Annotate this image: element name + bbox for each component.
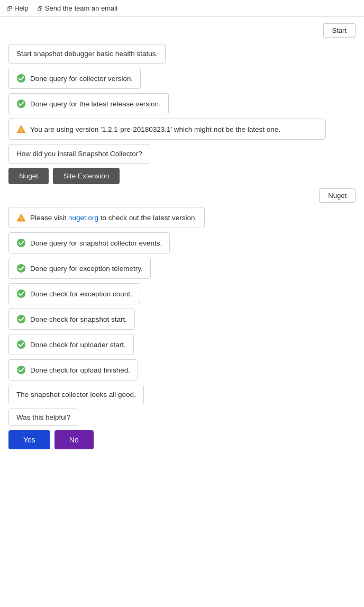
all-good-text: The snapshot collector looks all good. — [16, 391, 136, 398]
external-link-icon: 🗗 — [6, 5, 12, 12]
help-link[interactable]: 🗗 Help — [6, 4, 29, 12]
collector-version-text: Done query for collector version. — [30, 75, 133, 83]
nuget-button[interactable]: Nuget — [8, 168, 49, 184]
start-button[interactable]: Start — [323, 23, 356, 38]
check-icon-8 — [16, 365, 26, 375]
warn-icon-1: ! — [16, 124, 26, 134]
nuget-warning-prefix: Please visit — [30, 214, 68, 222]
external-link-icon-2: 🗗 — [37, 5, 43, 12]
nuget-response-button[interactable]: Nuget — [319, 188, 356, 203]
exception-telemetry-message: Done query for exception telemetry. — [8, 258, 151, 279]
check-icon-4 — [16, 264, 26, 273]
check-icon-2 — [16, 99, 26, 108]
collector-version-message: Done query for collector version. — [8, 68, 141, 89]
top-bar: 🗗 Help 🗗 Send the team an email — [0, 0, 364, 17]
svg-point-10 — [17, 340, 25, 349]
version-warning-message: ! You are using version '1.2.1-pre-20180… — [8, 119, 326, 140]
warn-icon-2: ! — [16, 213, 26, 222]
version-warning-text: You are using version '1.2.1-pre-2018032… — [30, 125, 280, 133]
install-button-row: Nuget Site Extension — [8, 168, 356, 184]
check-icon-7 — [16, 340, 26, 349]
main-content: Start Start snapshot debugger basic heal… — [0, 17, 364, 460]
check-icon-3 — [16, 238, 26, 248]
email-link[interactable]: 🗗 Send the team an email — [37, 4, 117, 12]
no-button[interactable]: No — [54, 430, 94, 449]
svg-point-11 — [17, 366, 25, 374]
upload-finished-message: Done check for upload finished. — [8, 359, 138, 380]
snapshot-start-text: Done check for snapshot start. — [30, 315, 127, 323]
nuget-warning-text: Please visit nuget.org to check out the … — [30, 214, 197, 222]
svg-point-1 — [17, 99, 25, 108]
email-label: Send the team an email — [45, 4, 117, 12]
svg-point-8 — [17, 289, 25, 298]
svg-text:!: ! — [20, 127, 22, 133]
collector-events-message: Done query for snapshot collector events… — [8, 232, 170, 253]
uploader-start-message: Done check for uploader start. — [8, 334, 134, 355]
svg-point-0 — [17, 74, 25, 83]
nuget-warning-message: ! Please visit nuget.org to check out th… — [8, 207, 205, 228]
all-good-message: The snapshot collector looks all good. — [8, 385, 144, 404]
snapshot-start-message: Done check for snapshot start. — [8, 309, 135, 330]
nuget-org-link[interactable]: nuget.org — [68, 214, 98, 222]
uploader-start-text: Done check for uploader start. — [30, 341, 126, 349]
svg-point-9 — [17, 315, 25, 323]
collector-events-text: Done query for snapshot collector events… — [30, 239, 162, 247]
install-question-message: How did you install Snapshot Collector? — [8, 144, 150, 164]
check-icon-6 — [16, 314, 26, 324]
start-message: Start snapshot debugger basic health sta… — [8, 44, 166, 64]
helpful-box: Was this helpful? — [8, 409, 78, 426]
yes-button[interactable]: Yes — [8, 430, 50, 449]
latest-release-message: Done query for the latest release versio… — [8, 93, 169, 114]
latest-release-text: Done query for the latest release versio… — [30, 100, 161, 108]
nuget-response-row: Nuget — [8, 188, 356, 203]
svg-point-6 — [17, 239, 25, 247]
upload-finished-text: Done check for upload finished. — [30, 366, 130, 374]
svg-text:!: ! — [20, 215, 22, 221]
exception-count-message: Done check for exception count. — [8, 283, 140, 304]
exception-count-text: Done check for exception count. — [30, 290, 132, 298]
start-message-text: Start snapshot debugger basic health sta… — [16, 50, 158, 58]
nuget-warning-suffix: to check out the latest version. — [98, 214, 197, 222]
help-label: Help — [14, 4, 29, 12]
yes-no-row: Yes No — [8, 430, 356, 449]
check-icon-5 — [16, 289, 26, 298]
check-icon-1 — [16, 74, 26, 83]
install-question-text: How did you install Snapshot Collector? — [16, 150, 142, 158]
svg-point-7 — [17, 264, 25, 273]
helpful-label: Was this helpful? — [16, 413, 70, 421]
start-button-row: Start — [8, 23, 356, 38]
site-extension-button[interactable]: Site Extension — [53, 168, 120, 184]
exception-telemetry-text: Done query for exception telemetry. — [30, 265, 143, 273]
